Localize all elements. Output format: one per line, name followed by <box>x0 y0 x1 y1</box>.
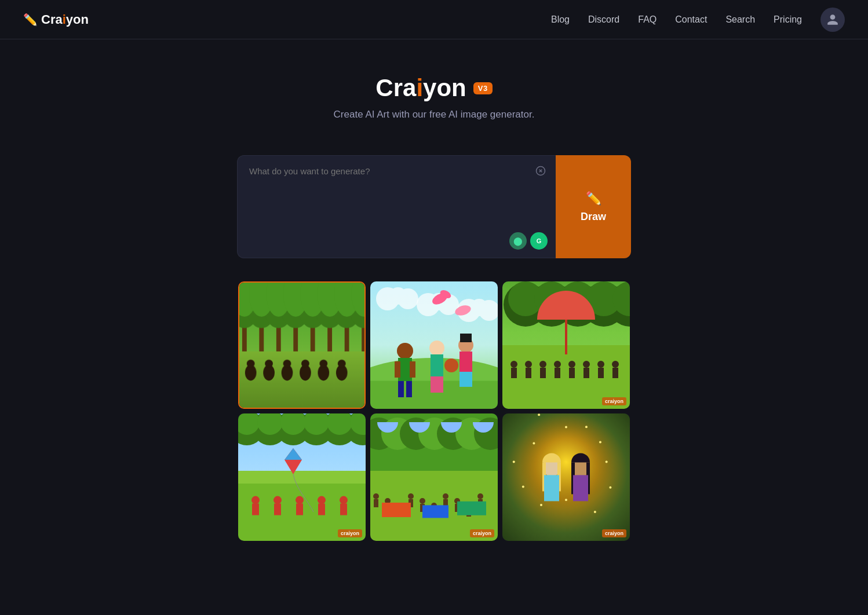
image-canvas-6 <box>502 413 630 541</box>
prompt-footer-icons: ⬤ G <box>509 232 548 250</box>
grammarly-label: G <box>537 237 542 244</box>
grid-item-4[interactable]: craiyon <box>238 413 366 541</box>
logo[interactable]: ✏️ Craiyon <box>23 12 89 27</box>
draw-pencil-icon: ✏️ <box>586 191 601 206</box>
image-canvas-3 <box>502 281 630 409</box>
hero-title: Craiyon V3 <box>0 74 868 102</box>
logo-yon: yon <box>66 12 89 27</box>
nav-pricing[interactable]: Pricing <box>774 14 802 25</box>
clear-input-button[interactable] <box>534 164 548 178</box>
version-badge: V3 <box>473 82 493 94</box>
nav-contact[interactable]: Contact <box>675 14 707 25</box>
hero-title-cra: Cra <box>375 74 416 101</box>
magic-icon-button[interactable]: ⬤ <box>509 232 527 250</box>
navbar: ✏️ Craiyon Blog Discord FAQ Contact Sear… <box>0 0 868 39</box>
nav-blog[interactable]: Blog <box>551 14 570 25</box>
draw-label: Draw <box>581 211 606 223</box>
image-canvas-5 <box>370 413 498 541</box>
user-icon <box>826 13 839 26</box>
user-avatar-button[interactable] <box>820 8 845 32</box>
nav-links: Blog Discord FAQ Contact Search Pricing <box>551 8 845 32</box>
grid-item-5[interactable]: craiyon <box>370 413 498 541</box>
image-canvas-1 <box>239 283 364 408</box>
prompt-container: ⬤ G ✏️ Draw <box>237 155 631 258</box>
grid-item-1[interactable] <box>238 281 366 409</box>
watermark-5: craiyon <box>470 529 494 537</box>
hero-title-yon: yon <box>423 74 466 101</box>
watermark-3: craiyon <box>602 397 626 405</box>
prompt-input[interactable] <box>249 166 544 247</box>
hero-title-i: i <box>416 74 423 101</box>
clear-icon <box>535 166 546 176</box>
watermark-4: craiyon <box>338 529 362 537</box>
image-canvas-2 <box>370 281 498 409</box>
grid-item-3[interactable]: craiyon <box>502 281 630 409</box>
hero-section: Craiyon V3 Create AI Art with our free A… <box>0 39 868 138</box>
nav-faq[interactable]: FAQ <box>638 14 657 25</box>
prompt-section: ⬤ G ✏️ Draw <box>0 138 868 270</box>
grid-item-2[interactable] <box>370 281 498 409</box>
nav-discord[interactable]: Discord <box>588 14 619 25</box>
watermark-6: craiyon <box>602 529 626 537</box>
logo-text: Craiyon <box>41 12 89 27</box>
grammarly-icon-button[interactable]: G <box>530 232 548 250</box>
image-canvas-4 <box>238 413 366 541</box>
prompt-input-wrapper: ⬤ G <box>237 155 556 258</box>
nav-search[interactable]: Search <box>725 14 755 25</box>
hero-subtitle: Create AI Art with our free AI image gen… <box>0 109 868 120</box>
logo-pencil-icon: ✏️ <box>23 13 38 27</box>
grid-item-6[interactable]: craiyon <box>502 413 630 541</box>
logo-cra: Cra <box>41 12 63 27</box>
draw-button[interactable]: ✏️ Draw <box>556 155 631 258</box>
image-grid: craiyon craiyon craiyon craiyon <box>0 270 868 552</box>
